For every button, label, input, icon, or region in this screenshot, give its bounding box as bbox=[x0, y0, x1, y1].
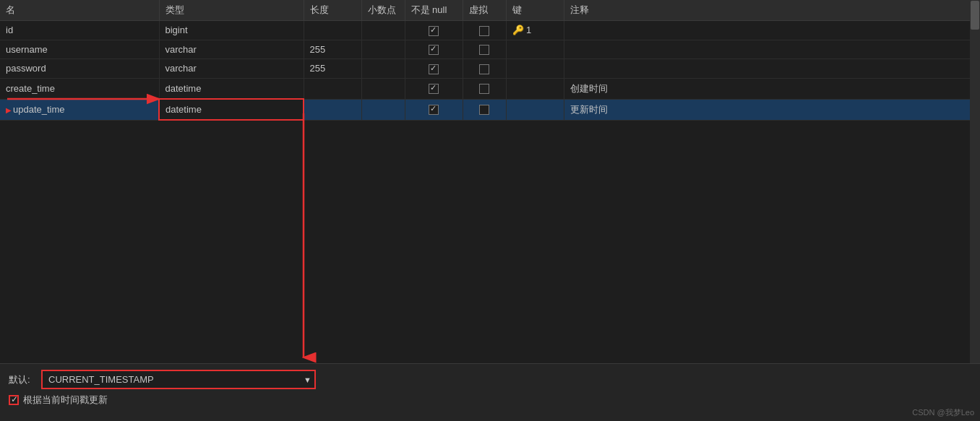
notnull-checkbox[interactable] bbox=[429, 26, 439, 36]
notnull-checkbox[interactable] bbox=[429, 64, 439, 74]
cell-type[interactable]: varchar bbox=[159, 59, 304, 79]
cell-type[interactable]: varchar bbox=[159, 40, 304, 59]
cell-name-text: update_time bbox=[13, 104, 65, 115]
table-area: 名 类型 长度 小数点 不是 null 虚拟 键 注释 idbigint🔑 1u… bbox=[0, 0, 980, 363]
cell-length: 255 bbox=[304, 59, 361, 79]
main-container: 名 类型 长度 小数点 不是 null 虚拟 键 注释 idbigint🔑 1u… bbox=[0, 0, 980, 421]
table-row[interactable]: create_timedatetime创建时间 bbox=[0, 78, 980, 99]
key-icon: 🔑 bbox=[512, 25, 524, 35]
cell-comment bbox=[564, 59, 980, 79]
cell-notnull[interactable] bbox=[405, 78, 463, 99]
table-row[interactable]: passwordvarchar255 bbox=[0, 59, 980, 79]
cell-notnull[interactable] bbox=[405, 21, 463, 40]
cell-decimal bbox=[361, 59, 405, 79]
cell-name-text: create_time bbox=[6, 83, 55, 94]
update-checkbox[interactable] bbox=[9, 395, 19, 405]
cell-length bbox=[304, 78, 361, 99]
header-comment: 注释 bbox=[564, 0, 980, 21]
row-arrow-icon: ▶ bbox=[6, 106, 12, 114]
cell-virtual[interactable] bbox=[463, 99, 506, 120]
default-select-wrapper: CURRENT_TIMESTAMP NULL 0 ▼ bbox=[41, 370, 316, 389]
cell-notnull[interactable] bbox=[405, 40, 463, 59]
header-type: 类型 bbox=[159, 0, 304, 21]
cell-name-text: id bbox=[6, 25, 13, 35]
virtual-checkbox[interactable] bbox=[479, 26, 489, 36]
cell-name: ▶update_time bbox=[0, 99, 159, 120]
cell-name: create_time bbox=[0, 78, 159, 99]
cell-comment bbox=[564, 21, 980, 40]
cell-length bbox=[304, 21, 361, 40]
cell-key bbox=[506, 99, 564, 120]
scrollbar-track[interactable] bbox=[970, 0, 980, 363]
cell-decimal bbox=[361, 40, 405, 59]
cell-type[interactable]: datetime bbox=[159, 78, 304, 99]
cell-notnull[interactable] bbox=[405, 59, 463, 79]
cell-virtual[interactable] bbox=[463, 40, 506, 59]
scrollbar-thumb[interactable] bbox=[971, 1, 979, 30]
default-select[interactable]: CURRENT_TIMESTAMP NULL 0 bbox=[41, 370, 316, 389]
header-virtual: 虚拟 bbox=[463, 0, 506, 21]
header-length: 长度 bbox=[304, 0, 361, 21]
watermark: CSDN @我梦Leo bbox=[912, 407, 974, 418]
cell-length: 255 bbox=[304, 40, 361, 59]
update-checkbox-wrapper: 根据当前时间戳更新 bbox=[9, 394, 108, 407]
notnull-checkbox[interactable] bbox=[429, 105, 439, 115]
virtual-checkbox[interactable] bbox=[479, 45, 489, 55]
header-decimal: 小数点 bbox=[361, 0, 405, 21]
cell-name: password bbox=[0, 59, 159, 79]
cell-comment bbox=[564, 40, 980, 59]
cell-name: username bbox=[0, 40, 159, 59]
header-name: 名 bbox=[0, 0, 159, 21]
cell-notnull[interactable] bbox=[405, 99, 463, 120]
table-row[interactable]: ▶update_timedatetime更新时间 bbox=[0, 99, 980, 120]
cell-virtual[interactable] bbox=[463, 59, 506, 79]
bottom-panel: 默认: CURRENT_TIMESTAMP NULL 0 ▼ 根据当前时间戳更新 bbox=[0, 363, 980, 421]
cell-key bbox=[506, 40, 564, 59]
update-row: 根据当前时间戳更新 bbox=[9, 394, 971, 407]
cell-comment: 更新时间 bbox=[564, 99, 980, 120]
virtual-checkbox[interactable] bbox=[479, 105, 489, 115]
cell-decimal bbox=[361, 99, 405, 120]
virtual-checkbox[interactable] bbox=[479, 64, 489, 74]
table-header-row: 名 类型 长度 小数点 不是 null 虚拟 键 注释 bbox=[0, 0, 980, 21]
notnull-checkbox[interactable] bbox=[429, 45, 439, 55]
notnull-checkbox[interactable] bbox=[429, 84, 439, 94]
cell-key bbox=[506, 78, 564, 99]
table-row[interactable]: usernamevarchar255 bbox=[0, 40, 980, 59]
default-row: 默认: CURRENT_TIMESTAMP NULL 0 ▼ bbox=[9, 370, 971, 389]
cell-type[interactable]: datetime bbox=[159, 99, 304, 120]
cell-name-text: password bbox=[6, 63, 46, 74]
cell-key: 🔑 1 bbox=[506, 21, 564, 40]
update-label: 根据当前时间戳更新 bbox=[23, 394, 108, 407]
cell-decimal bbox=[361, 21, 405, 40]
cell-key bbox=[506, 59, 564, 79]
table-row[interactable]: idbigint🔑 1 bbox=[0, 21, 980, 40]
cell-name: id bbox=[0, 21, 159, 40]
header-notnull: 不是 null bbox=[405, 0, 463, 21]
cell-comment: 创建时间 bbox=[564, 78, 980, 99]
cell-virtual[interactable] bbox=[463, 21, 506, 40]
columns-table: 名 类型 长度 小数点 不是 null 虚拟 键 注释 idbigint🔑 1u… bbox=[0, 0, 980, 121]
cell-type[interactable]: bigint bbox=[159, 21, 304, 40]
cell-name-text: username bbox=[6, 44, 48, 55]
table-body: idbigint🔑 1usernamevarchar255passwordvar… bbox=[0, 21, 980, 121]
cell-decimal bbox=[361, 78, 405, 99]
cell-length bbox=[304, 99, 361, 120]
default-label: 默认: bbox=[9, 373, 34, 386]
header-key: 键 bbox=[506, 0, 564, 21]
cell-virtual[interactable] bbox=[463, 78, 506, 99]
virtual-checkbox[interactable] bbox=[479, 84, 489, 94]
